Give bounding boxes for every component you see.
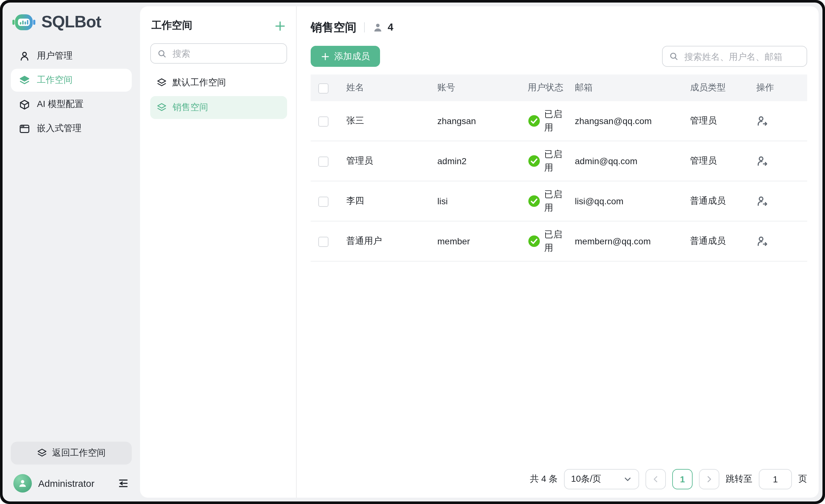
sidebar-nav: 用户管理 工作空间 <box>3 45 140 140</box>
next-page-button[interactable] <box>699 469 719 489</box>
back-to-workspace-button[interactable]: 返回工作空间 <box>11 442 132 465</box>
transfer-member-button[interactable] <box>756 195 768 207</box>
content-card: 工作空间 <box>140 6 819 498</box>
layers-icon <box>157 102 167 113</box>
status-badge: 已启用 <box>544 107 564 134</box>
table-row: 张三 zhangsan 已启用 zhangsan@qq.com 管理员 <box>311 101 807 141</box>
cell-member-type: 管理员 <box>682 141 749 181</box>
layers-icon <box>19 75 30 86</box>
current-user-name: Administrator <box>38 478 111 489</box>
app-root: SQLBot 用户管理 <box>3 3 822 501</box>
cell-email: admin@qq.com <box>567 141 682 181</box>
prev-page-button[interactable] <box>646 469 666 489</box>
add-member-label: 添加成员 <box>334 51 370 62</box>
column-header-email: 邮箱 <box>567 74 682 101</box>
sidebar-bottom: 返回工作空间 Administrator <box>3 442 140 501</box>
column-header-name: 姓名 <box>339 74 430 101</box>
column-header-status: 用户状态 <box>520 74 567 101</box>
collapse-sidebar-icon[interactable] <box>117 477 129 489</box>
row-checkbox[interactable] <box>318 156 328 166</box>
workspace-item-label: 默认工作空间 <box>172 77 226 88</box>
status-enabled-check-icon <box>528 114 540 127</box>
cell-name: 管理员 <box>339 141 430 181</box>
status-enabled-check-icon <box>528 155 540 167</box>
layers-icon <box>37 448 47 458</box>
sidebar-item-ai-model-config[interactable]: AI 模型配置 <box>11 93 132 116</box>
page-suffix-label: 页 <box>798 474 807 485</box>
status-badge: 已启用 <box>544 228 564 255</box>
row-checkbox[interactable] <box>318 236 328 247</box>
status-badge: 已启用 <box>544 148 564 174</box>
workspace-search-input[interactable] <box>171 48 280 59</box>
sidebar-item-label: 嵌入式管理 <box>37 123 81 134</box>
app-title: SQLBot <box>42 12 101 32</box>
search-icon <box>669 52 679 61</box>
chevron-right-icon <box>705 475 714 484</box>
sidebar: SQLBot 用户管理 <box>3 3 140 501</box>
add-workspace-icon[interactable] <box>274 20 286 31</box>
pagination-total: 共 4 条 <box>530 474 557 485</box>
workspace-panel-title: 工作空间 <box>151 19 192 32</box>
workspace-item-default[interactable]: 默认工作空间 <box>150 71 287 94</box>
status-enabled-check-icon <box>528 195 540 207</box>
avatar[interactable] <box>13 474 32 493</box>
controls-row: 添加成员 <box>311 46 807 67</box>
pagination: 共 4 条 10条/页 <box>530 469 807 489</box>
chevron-left-icon <box>651 475 660 484</box>
cell-account: member <box>430 221 520 261</box>
add-member-button[interactable]: 添加成员 <box>311 46 380 67</box>
page-number-1[interactable]: 1 <box>672 469 693 489</box>
layers-icon <box>157 78 167 88</box>
search-icon <box>157 49 167 58</box>
cell-account: zhangsan <box>430 101 520 141</box>
cell-email: zhangsan@qq.com <box>567 101 682 141</box>
cell-name: 李四 <box>339 181 430 221</box>
table-row: 李四 lisi 已启用 lisi@qq.com 普通成员 <box>311 181 807 221</box>
column-header-account: 账号 <box>430 74 520 101</box>
transfer-member-button[interactable] <box>756 155 768 167</box>
plus-icon <box>321 52 330 61</box>
row-checkbox[interactable] <box>318 116 328 126</box>
column-header-member-type: 成员类型 <box>682 74 749 101</box>
member-management-panel: 销售空间 4 <box>297 6 819 498</box>
status-enabled-check-icon <box>528 235 540 248</box>
cell-account: admin2 <box>430 141 520 181</box>
jump-to-page-input[interactable] <box>759 469 792 489</box>
select-all-checkbox[interactable] <box>318 83 328 93</box>
transfer-member-button[interactable] <box>756 235 768 247</box>
workspace-item-label: 销售空间 <box>172 102 208 113</box>
cell-member-type: 普通成员 <box>682 221 749 261</box>
transfer-member-button[interactable] <box>756 115 768 127</box>
back-button-label: 返回工作空间 <box>52 447 106 459</box>
sidebar-item-embedded-management[interactable]: 嵌入式管理 <box>11 117 132 140</box>
table-header-row: 姓名 账号 用户状态 邮箱 成员类型 操作 <box>311 74 807 101</box>
cell-account: lisi <box>430 181 520 221</box>
sidebar-item-user-management[interactable]: 用户管理 <box>11 45 132 68</box>
sqlbot-robot-logo-icon <box>12 12 35 31</box>
sidebar-item-label: 用户管理 <box>37 50 73 62</box>
member-count: 4 <box>388 22 393 33</box>
page-size-select[interactable]: 10条/页 <box>564 469 639 489</box>
member-table: 姓名 账号 用户状态 邮箱 成员类型 操作 张三 <box>311 74 807 262</box>
cell-member-type: 普通成员 <box>682 181 749 221</box>
cell-name: 普通用户 <box>339 221 430 261</box>
workspace-item-sales[interactable]: 销售空间 <box>150 96 287 119</box>
status-badge: 已启用 <box>544 188 564 215</box>
page-title: 销售空间 <box>311 20 357 35</box>
user-row: Administrator <box>11 465 132 494</box>
browser-window-icon <box>19 123 30 134</box>
row-checkbox[interactable] <box>318 196 328 206</box>
app-window: SQLBot 用户管理 <box>0 0 825 504</box>
chevron-down-icon <box>623 475 632 484</box>
member-search <box>662 46 807 67</box>
cell-member-type: 管理员 <box>682 101 749 141</box>
member-search-input[interactable] <box>683 51 800 62</box>
user-icon <box>19 51 30 61</box>
member-icon <box>372 22 383 33</box>
divider <box>364 22 365 32</box>
current-page-label: 1 <box>680 474 685 484</box>
workspace-panel: 工作空间 <box>140 6 297 498</box>
sidebar-item-workspace[interactable]: 工作空间 <box>11 69 132 92</box>
cell-name: 张三 <box>339 101 430 141</box>
cell-email: membern@qq.com <box>567 221 682 261</box>
